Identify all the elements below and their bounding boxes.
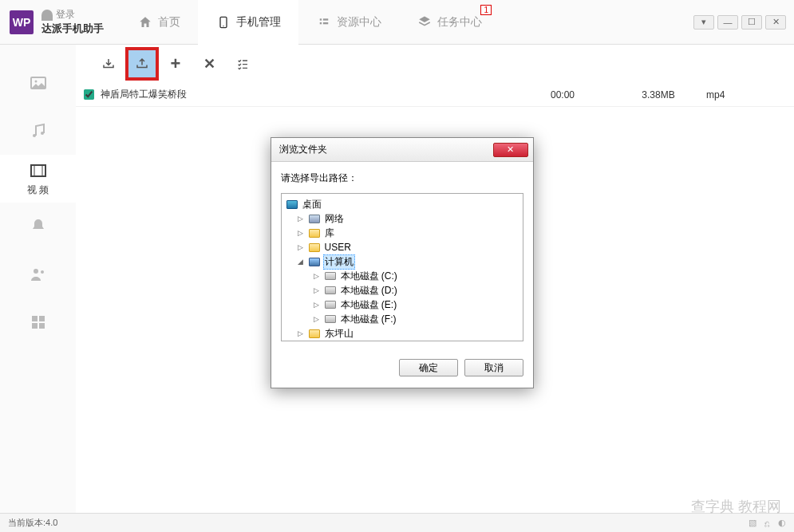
dialog-close-button[interactable]: ✕ — [493, 143, 528, 157]
browse-folder-dialog: 浏览文件夹 ✕ 请选择导出路径： 桌面 ▷ 网络 ▷ 库 — [271, 137, 534, 388]
tree-network[interactable]: ▷ 网络 — [283, 211, 521, 226]
folder-icon — [308, 227, 321, 238]
expand-icon[interactable]: ▷ — [312, 315, 322, 323]
tree-drive-d[interactable]: ▷ 本地磁盘 (D:) — [283, 283, 521, 298]
drive-icon — [324, 270, 337, 282]
folder-icon — [308, 242, 321, 253]
dialog-prompt: 请选择导出路径： — [281, 171, 523, 185]
expand-icon[interactable]: ▷ — [312, 301, 322, 309]
folder-icon — [308, 328, 321, 339]
folder-tree[interactable]: 桌面 ▷ 网络 ▷ 库 ▷ USER ◢ — [281, 193, 523, 341]
tree-drive-c[interactable]: ▷ 本地磁盘 (C:) — [283, 269, 521, 283]
version-label: 当前版本:4.0 — [8, 517, 57, 529]
tree-library[interactable]: ▷ 库 — [283, 226, 521, 240]
expand-icon[interactable]: ▷ — [312, 286, 322, 294]
expand-icon[interactable]: ▷ — [296, 229, 306, 237]
status-icon-2[interactable]: ⎌ — [764, 518, 770, 528]
tree-drive-f[interactable]: ▷ 本地磁盘 (F:) — [283, 312, 521, 326]
expand-icon[interactable]: ▷ — [312, 272, 322, 280]
expand-icon[interactable]: ▷ — [296, 329, 306, 337]
tree-drive-e[interactable]: ▷ 本地磁盘 (E:) — [283, 298, 521, 312]
status-icon-3[interactable]: ◐ — [778, 518, 786, 528]
drive-icon — [324, 285, 337, 296]
desktop-icon — [286, 199, 298, 210]
ok-button[interactable]: 确定 — [399, 359, 458, 376]
drive-icon — [324, 299, 337, 310]
tree-user[interactable]: ▷ USER — [283, 240, 521, 254]
status-icon-1[interactable]: ▧ — [749, 518, 756, 528]
tree-desktop[interactable]: 桌面 — [283, 197, 521, 211]
cancel-button[interactable]: 取消 — [464, 359, 523, 376]
tree-dongpingshan[interactable]: ▷ 东坪山 — [283, 326, 521, 341]
computer-icon — [308, 256, 321, 267]
expand-icon[interactable]: ▷ — [296, 215, 306, 223]
drive-icon — [324, 313, 337, 325]
collapse-icon[interactable]: ◢ — [296, 258, 306, 266]
expand-icon[interactable]: ▷ — [296, 243, 306, 251]
tree-computer[interactable]: ◢ 计算机 — [283, 254, 521, 269]
network-icon — [308, 213, 321, 224]
dialog-title: 浏览文件夹 — [279, 143, 327, 156]
